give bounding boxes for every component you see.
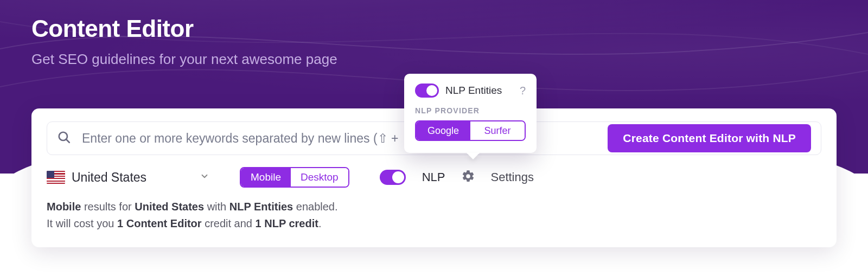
info-line-2: It will cost you 1 Content Editor credit… bbox=[47, 215, 821, 232]
nlp-toggle-label: NLP bbox=[422, 170, 445, 184]
device-mobile-button[interactable]: Mobile bbox=[241, 168, 291, 187]
info-country: United States bbox=[135, 201, 204, 213]
info-ce-credit: 1 Content Editor bbox=[117, 217, 202, 229]
info-line-1: Mobile results for United States with NL… bbox=[47, 198, 821, 215]
info-device: Mobile bbox=[47, 201, 81, 213]
controls-row: United States Mobile Desktop NLP Setting… bbox=[47, 167, 821, 188]
provider-google-button[interactable]: Google bbox=[416, 121, 470, 140]
nlp-settings-popover: NLP Entities ? NLP PROVIDER Google Surfe… bbox=[404, 74, 537, 153]
page-title: Content Editor bbox=[31, 15, 194, 42]
provider-surfer-button[interactable]: Surfer bbox=[470, 121, 525, 140]
info-nlp-credit: 1 NLP credit bbox=[256, 217, 318, 229]
nlp-toggle[interactable] bbox=[380, 170, 406, 185]
info-nlp: NLP Entities bbox=[229, 201, 293, 213]
page-subtitle: Get SEO guidelines for your next awesome… bbox=[31, 51, 337, 68]
country-label: United States bbox=[72, 170, 146, 185]
svg-line-1 bbox=[66, 139, 69, 143]
device-segmented: Mobile Desktop bbox=[240, 167, 349, 188]
country-selector[interactable]: United States bbox=[47, 170, 209, 185]
flag-us-icon bbox=[47, 171, 65, 184]
create-content-editor-button[interactable]: Create Content Editor with NLP bbox=[608, 124, 811, 152]
info-text: Mobile results for United States with NL… bbox=[47, 198, 821, 232]
nlp-entities-label: NLP Entities bbox=[445, 85, 513, 97]
gear-icon[interactable] bbox=[461, 169, 475, 185]
chevron-down-icon bbox=[200, 171, 209, 183]
device-desktop-button[interactable]: Desktop bbox=[291, 168, 348, 187]
nlp-entities-toggle[interactable] bbox=[415, 84, 439, 98]
nlp-provider-segmented: Google Surfer bbox=[415, 120, 526, 141]
nlp-provider-section-label: NLP PROVIDER bbox=[415, 106, 526, 115]
settings-label: Settings bbox=[490, 170, 534, 184]
help-icon[interactable]: ? bbox=[520, 85, 526, 97]
search-icon bbox=[57, 130, 71, 146]
